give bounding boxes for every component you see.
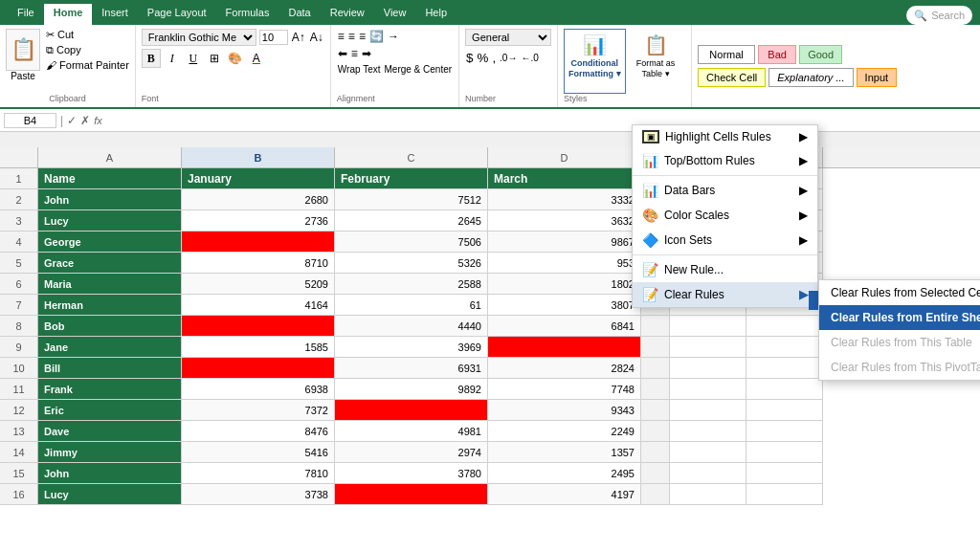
cell-february[interactable]: 4440 <box>335 316 488 337</box>
tab-data[interactable]: Data <box>278 4 320 25</box>
cell-march[interactable]: 9343 <box>488 400 641 421</box>
font-color-button[interactable]: A <box>247 49 266 68</box>
style-explanatory[interactable]: Explanatory ... <box>768 68 853 87</box>
cell-january[interactable]: 8710 <box>182 253 335 274</box>
col-header-d[interactable]: D <box>488 147 641 167</box>
cell-march[interactable]: 953 <box>488 253 641 274</box>
cell-january[interactable] <box>182 358 335 379</box>
cell-february[interactable]: 5326 <box>335 253 488 274</box>
cell-march[interactable] <box>488 337 641 358</box>
align-center-button[interactable]: ≡ <box>350 46 359 61</box>
cell-january[interactable]: 5416 <box>182 442 335 463</box>
cell-g[interactable] <box>670 400 746 421</box>
col-header-a[interactable]: A <box>38 147 182 167</box>
fill-color-button[interactable]: 🎨 <box>226 49 245 68</box>
indent-increase-button[interactable]: → <box>387 29 400 44</box>
decimal-increase-button[interactable]: .0→ <box>499 50 518 66</box>
cell-january[interactable]: 4164 <box>182 295 335 316</box>
align-top-right-button[interactable]: ≡ <box>358 29 367 44</box>
bold-button[interactable]: B <box>142 49 161 68</box>
submenu-clear-entire-sheet[interactable]: Clear Rules from Entire Sheet <box>819 305 980 330</box>
formula-input[interactable] <box>106 115 976 126</box>
style-bad[interactable]: Bad <box>758 45 796 64</box>
col-header-b[interactable]: B <box>182 147 335 167</box>
align-right-button[interactable]: ➡ <box>361 46 372 61</box>
align-left-button[interactable]: ⬅ <box>337 46 348 61</box>
cell-h[interactable] <box>746 463 823 484</box>
align-top-center-button[interactable]: ≡ <box>347 29 356 44</box>
format-painter-button[interactable]: 🖌 Format Painter <box>46 59 129 71</box>
cell-name[interactable]: Lucy <box>38 484 182 505</box>
cell-january[interactable]: 7372 <box>182 400 335 421</box>
cell-february[interactable]: 2974 <box>335 442 488 463</box>
cell-h[interactable] <box>746 421 823 442</box>
cut-button[interactable]: ✂ Cut <box>46 29 129 41</box>
percent-button[interactable]: % <box>477 50 490 66</box>
cell-march[interactable]: 6841 <box>488 316 641 337</box>
cell-h[interactable] <box>746 379 823 400</box>
cell-h[interactable] <box>746 358 823 379</box>
font-shrink-button[interactable]: A↓ <box>309 30 324 45</box>
cell-march[interactable]: 3807 <box>488 295 641 316</box>
style-check-cell[interactable]: Check Cell <box>698 68 766 87</box>
cell-march[interactable]: 9867 <box>488 231 641 253</box>
cell-g[interactable] <box>670 421 746 442</box>
cell-january[interactable]: 5209 <box>182 274 335 295</box>
cell-march[interactable]: 2249 <box>488 421 641 442</box>
underline-button[interactable]: U <box>184 49 203 68</box>
cell-february[interactable]: 2588 <box>335 274 488 295</box>
cell-february[interactable]: 4981 <box>335 421 488 442</box>
number-format-selector[interactable]: General <box>465 29 551 46</box>
cf-menu-color-scales[interactable]: 🎨 Color Scales ▶ <box>633 203 817 228</box>
decimal-decrease-button[interactable]: ←.0 <box>520 50 539 66</box>
col-header-c[interactable]: C <box>335 147 488 167</box>
cell-january[interactable]: 7810 <box>182 463 335 484</box>
cell-name[interactable]: Maria <box>38 274 182 295</box>
cell-january[interactable]: 3738 <box>182 484 335 505</box>
cf-menu-highlight-cells[interactable]: ▣ Highlight Cells Rules ▶ <box>633 125 817 148</box>
cell-february[interactable]: 7512 <box>335 189 488 210</box>
align-top-left-button[interactable]: ≡ <box>337 29 345 44</box>
cell-january[interactable]: 2736 <box>182 210 335 231</box>
cell-february[interactable]: 7506 <box>335 231 488 253</box>
cell-february[interactable] <box>335 400 488 421</box>
cell-g[interactable] <box>670 463 746 484</box>
currency-button[interactable]: $ <box>465 50 474 66</box>
cell-january[interactable]: 6938 <box>182 379 335 400</box>
copy-button[interactable]: ⧉ Copy <box>46 44 129 56</box>
cell-february[interactable]: 3780 <box>335 463 488 484</box>
cell-g[interactable] <box>670 442 746 463</box>
cell-g[interactable] <box>670 358 746 379</box>
cell-february[interactable]: 2645 <box>335 210 488 231</box>
cell-january[interactable] <box>182 316 335 337</box>
style-good[interactable]: Good <box>799 45 842 64</box>
cell-february[interactable]: 3969 <box>335 337 488 358</box>
wrap-text-button[interactable]: Wrap Text <box>337 63 382 76</box>
style-input[interactable]: Input <box>857 68 897 87</box>
tab-view[interactable]: View <box>374 4 416 25</box>
cell-name[interactable]: Jimmy <box>38 442 182 463</box>
tab-review[interactable]: Review <box>321 4 374 25</box>
cell-g[interactable] <box>670 379 746 400</box>
cell-h[interactable] <box>746 400 823 421</box>
orientation-button[interactable]: 🔄 <box>368 29 385 44</box>
cell-name[interactable]: Bob <box>38 316 182 337</box>
cell-name[interactable]: Herman <box>38 295 182 316</box>
cf-menu-top-bottom[interactable]: 📊 Top/Bottom Rules ▶ <box>633 148 817 173</box>
cell-name[interactable]: Jane <box>38 337 182 358</box>
submenu-clear-selected[interactable]: Clear Rules from Selected Cells <box>819 280 980 305</box>
cell-january[interactable]: 8476 <box>182 421 335 442</box>
cell-g[interactable] <box>670 316 746 337</box>
cell-january[interactable]: January <box>182 168 335 189</box>
border-button[interactable]: ⊞ <box>205 49 224 68</box>
format-as-table-button[interactable]: 📋 Format asTable ▾ <box>630 29 682 94</box>
cell-february[interactable]: 6931 <box>335 358 488 379</box>
font-name-selector[interactable]: Franklin Gothic Me <box>142 29 256 46</box>
cell-name[interactable]: Name <box>38 168 182 189</box>
cell-name[interactable]: John <box>38 463 182 484</box>
cell-february[interactable]: 61 <box>335 295 488 316</box>
cell-march[interactable]: March <box>488 168 641 189</box>
cell-march[interactable]: 3632 <box>488 210 641 231</box>
cell-name[interactable]: Eric <box>38 400 182 421</box>
cell-march[interactable]: 3332 <box>488 189 641 210</box>
